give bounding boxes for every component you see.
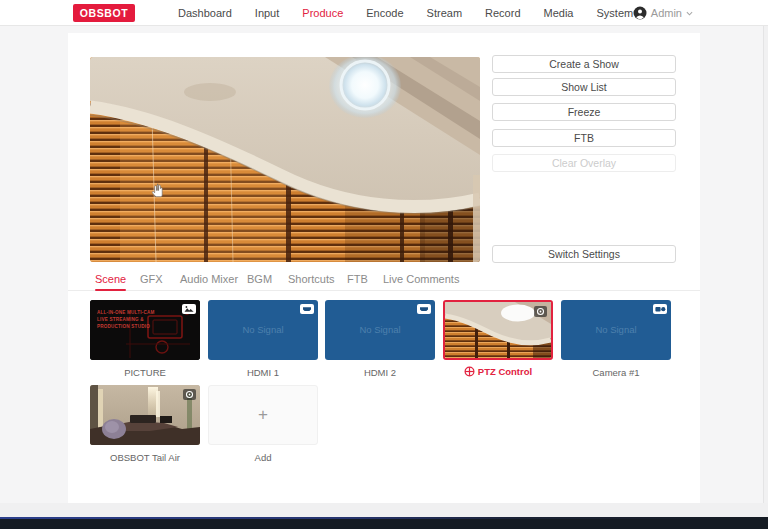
user-name: Admin bbox=[651, 7, 682, 19]
camera-icon bbox=[534, 306, 547, 317]
show-list-button[interactable]: Show List bbox=[492, 78, 676, 96]
nav-item-record[interactable]: Record bbox=[485, 7, 520, 19]
scene-tile-ptz[interactable] bbox=[443, 300, 553, 360]
tab-scene[interactable]: Scene bbox=[95, 273, 126, 285]
scene-tile-camera1[interactable]: No Signal bbox=[561, 300, 671, 360]
camera-icon bbox=[183, 389, 196, 400]
scene-tile-picture[interactable]: ALL-IN-ONE MULTI-CAM LIVE STREAMING & PR… bbox=[90, 300, 200, 360]
clear-overlay-button: Clear Overlay bbox=[492, 154, 676, 172]
ptz-crosshair-icon bbox=[464, 366, 475, 377]
create-a-show-button[interactable]: Create a Show bbox=[492, 55, 676, 73]
tile-label-picture: PICTURE bbox=[90, 367, 200, 378]
no-signal-text: No Signal bbox=[325, 324, 435, 335]
hdmi-icon bbox=[417, 304, 431, 314]
image-icon bbox=[182, 304, 196, 314]
tab-shortcuts[interactable]: Shortcuts bbox=[288, 273, 334, 285]
tile-label-camera1: Camera #1 bbox=[561, 367, 671, 378]
bottom-taskbar-edge bbox=[0, 517, 768, 529]
freeze-button[interactable]: Freeze bbox=[492, 103, 676, 121]
nav-item-dashboard[interactable]: Dashboard bbox=[178, 7, 232, 19]
window-scrollbar-track[interactable] bbox=[763, 26, 768, 517]
avatar-icon bbox=[633, 6, 647, 20]
plus-icon: + bbox=[258, 405, 268, 425]
nav-item-media[interactable]: Media bbox=[544, 7, 574, 19]
preview-room-photo bbox=[90, 57, 480, 262]
tab-audio-mixer[interactable]: Audio Mixer bbox=[180, 273, 238, 285]
nav-links: Dashboard Input Produce Encode Stream Re… bbox=[178, 0, 633, 26]
tab-live-comments[interactable]: Live Comments bbox=[383, 273, 459, 285]
add-scene-button[interactable]: + bbox=[208, 385, 318, 445]
tab-bgm[interactable]: BGM bbox=[247, 273, 272, 285]
nav-item-system[interactable]: System bbox=[597, 7, 634, 19]
scene-tile-hdmi1[interactable]: No Signal bbox=[208, 300, 318, 360]
switch-settings-button[interactable]: Switch Settings bbox=[492, 245, 676, 263]
hand-cursor-icon bbox=[152, 183, 165, 198]
obsbot-logo[interactable]: OBSBOT bbox=[73, 4, 135, 22]
chevron-down-icon bbox=[686, 10, 693, 17]
ptz-control-button[interactable]: PTZ Control bbox=[443, 366, 553, 377]
top-nav: OBSBOT Dashboard Input Produce Encode St… bbox=[0, 0, 768, 26]
hdmi-icon bbox=[300, 304, 314, 314]
tile-label-tailair: OBSBOT Tail Air bbox=[90, 452, 200, 463]
scene-tile-tailair[interactable] bbox=[90, 385, 200, 445]
no-signal-text: No Signal bbox=[561, 324, 671, 335]
nav-item-input[interactable]: Input bbox=[255, 7, 279, 19]
nav-item-stream[interactable]: Stream bbox=[427, 7, 462, 19]
tile-label-add: Add bbox=[208, 452, 318, 463]
page-background-gap bbox=[0, 503, 768, 517]
nav-item-encode[interactable]: Encode bbox=[366, 7, 403, 19]
tile-label-hdmi2: HDMI 2 bbox=[325, 367, 435, 378]
nav-item-produce[interactable]: Produce bbox=[302, 7, 343, 19]
produce-panel: Create a Show Show List Freeze FTB Clear… bbox=[68, 33, 700, 503]
ftb-button[interactable]: FTB bbox=[492, 129, 676, 147]
tile-label-hdmi1: HDMI 1 bbox=[208, 367, 318, 378]
program-preview[interactable] bbox=[90, 57, 480, 262]
picture-overlay-text: ALL-IN-ONE MULTI-CAM LIVE STREAMING & PR… bbox=[97, 309, 155, 330]
camera-icon bbox=[653, 304, 667, 314]
user-menu[interactable]: Admin bbox=[633, 0, 693, 26]
tab-ftb[interactable]: FTB bbox=[347, 273, 368, 285]
produce-tabs: Scene GFX Audio Mixer BGM Shortcuts FTB … bbox=[68, 271, 700, 291]
obsbot-produce-screen: OBSBOT Dashboard Input Produce Encode St… bbox=[0, 0, 768, 529]
tab-gfx[interactable]: GFX bbox=[140, 273, 163, 285]
scene-tile-hdmi2[interactable]: No Signal bbox=[325, 300, 435, 360]
no-signal-text: No Signal bbox=[208, 324, 318, 335]
